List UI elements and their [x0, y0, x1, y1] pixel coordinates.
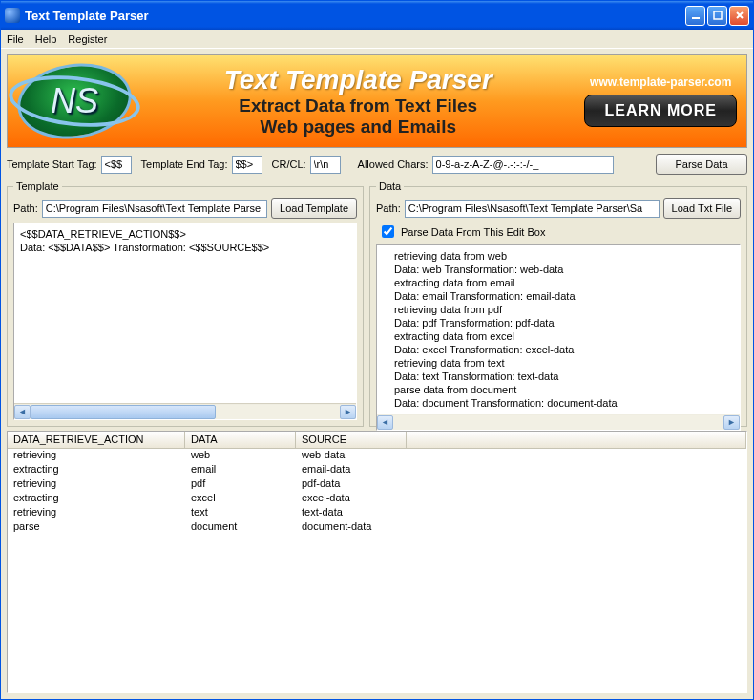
table-cell: extracting — [8, 492, 185, 506]
template-panel: Template Path: Load Template <$$DATA_RET… — [7, 180, 364, 427]
start-tag-input[interactable] — [101, 156, 132, 174]
minimize-button[interactable] — [685, 6, 705, 26]
menu-register[interactable]: Register — [68, 33, 107, 45]
app-window: Text Template Parser File Help Register … — [0, 0, 754, 700]
table-cell: email-data — [296, 463, 407, 477]
content-area: NS Text Template Parser Extract Data fro… — [1, 49, 753, 699]
load-txt-file-button[interactable]: Load Txt File — [663, 198, 741, 219]
crcl-input[interactable] — [310, 156, 341, 174]
th-action[interactable]: DATA_RETRIEVE_ACTION — [8, 432, 185, 449]
table-row[interactable]: extractingemailemail-data — [8, 463, 746, 477]
learn-more-button[interactable]: LEARN MORE — [584, 95, 737, 127]
banner-url: www.template-parser.com — [590, 75, 731, 89]
logo-text: NS — [51, 81, 98, 121]
crcl-label: CR/CL: — [272, 159, 306, 170]
table-cell: web — [185, 449, 296, 463]
template-path-label: Path: — [13, 202, 38, 214]
menu-help[interactable]: Help — [35, 33, 57, 45]
table-cell: document — [185, 520, 296, 535]
table-cell: parse — [8, 520, 185, 535]
data-text-wrap: retrieving data from web Data: web Trans… — [376, 244, 741, 431]
maximize-button[interactable] — [707, 6, 727, 26]
th-source[interactable]: SOURCE — [296, 432, 407, 449]
banner-subtitle2: Web pages and Emails — [143, 117, 573, 138]
table-cell: email — [185, 463, 296, 477]
table-cell: excel — [185, 492, 296, 506]
svg-rect-1 — [714, 11, 722, 19]
th-data[interactable]: DATA — [185, 432, 296, 449]
table-row[interactable]: retrievingpdfpdf-data — [8, 477, 746, 492]
data-textarea[interactable]: retrieving data from web Data: web Trans… — [377, 245, 740, 414]
data-panel: Data Path: Load Txt File Parse Data From… — [369, 180, 747, 427]
table-cell: retrieving — [8, 506, 185, 520]
data-path-label: Path: — [376, 202, 401, 214]
table-cell: text — [185, 506, 296, 520]
results-table: DATA_RETRIEVE_ACTION DATA SOURCE retriev… — [7, 431, 747, 693]
logo-icon: NS — [12, 56, 136, 146]
table-cell: retrieving — [8, 449, 185, 463]
banner-text: Text Template Parser Extract Data from T… — [143, 65, 573, 138]
parse-editbox-label: Parse Data From This Edit Box — [401, 226, 545, 238]
parse-editbox-checkbox[interactable] — [382, 225, 394, 238]
template-text-wrap: <$$DATA_RETRIEVE_ACTION$$> Data: <$$DATA… — [13, 223, 357, 420]
table-cell: extracting — [8, 463, 185, 477]
scroll-thumb[interactable] — [31, 405, 216, 419]
parse-data-button[interactable]: Parse Data — [656, 154, 747, 175]
table-cell: web-data — [296, 449, 407, 463]
titlebar: Text Template Parser — [1, 1, 753, 30]
table-cell: document-data — [296, 520, 407, 535]
scroll-right-icon[interactable]: ► — [340, 405, 356, 419]
menu-file[interactable]: File — [7, 33, 24, 45]
template-textarea[interactable]: <$$DATA_RETRIEVE_ACTION$$> Data: <$$DATA… — [14, 223, 356, 403]
data-hscroll[interactable]: ◄ ► — [377, 414, 740, 430]
svg-rect-0 — [692, 17, 700, 19]
app-icon — [5, 8, 20, 23]
scroll-track[interactable] — [31, 405, 340, 419]
th-blank — [407, 432, 746, 449]
table-row[interactable]: extractingexcelexcel-data — [8, 492, 746, 506]
table-cell: pdf — [185, 477, 296, 492]
panels: Template Path: Load Template <$$DATA_RET… — [7, 180, 747, 427]
template-path-input[interactable] — [42, 200, 267, 218]
end-tag-label: Template End Tag: — [141, 159, 228, 170]
table-row[interactable]: retrievingwebweb-data — [8, 449, 746, 463]
results-body: retrievingwebweb-dataextractingemailemai… — [8, 449, 746, 692]
template-hscroll[interactable]: ◄ ► — [14, 403, 356, 419]
scroll-left-icon[interactable]: ◄ — [14, 405, 31, 419]
scroll-track[interactable] — [393, 415, 723, 430]
template-legend: Template — [13, 180, 62, 192]
table-cell: excel-data — [296, 492, 407, 506]
data-path-input[interactable] — [405, 200, 660, 218]
table-cell: pdf-data — [296, 477, 407, 492]
allowed-chars-label: Allowed Chars: — [358, 159, 429, 170]
load-template-button[interactable]: Load Template — [271, 198, 357, 219]
window-title: Text Template Parser — [25, 9, 685, 23]
config-row: Template Start Tag: Template End Tag: CR… — [7, 152, 747, 177]
table-row[interactable]: retrievingtexttext-data — [8, 506, 746, 520]
banner: NS Text Template Parser Extract Data fro… — [7, 54, 747, 148]
allowed-chars-input[interactable] — [432, 156, 614, 174]
banner-right: www.template-parser.com LEARN MORE — [584, 75, 737, 127]
banner-subtitle1: Extract Data from Text Files — [143, 95, 573, 117]
menubar: File Help Register — [1, 30, 753, 49]
data-legend: Data — [376, 180, 404, 192]
banner-title: Text Template Parser — [143, 65, 573, 95]
end-tag-input[interactable] — [232, 156, 262, 174]
table-cell: text-data — [296, 506, 407, 520]
table-cell: retrieving — [8, 477, 185, 492]
scroll-right-icon[interactable]: ► — [723, 415, 740, 430]
start-tag-label: Template Start Tag: — [7, 159, 97, 170]
window-controls — [685, 6, 749, 26]
scroll-left-icon[interactable]: ◄ — [377, 415, 393, 430]
results-header: DATA_RETRIEVE_ACTION DATA SOURCE — [8, 432, 746, 449]
table-row[interactable]: parsedocumentdocument-data — [8, 520, 746, 535]
close-button[interactable] — [729, 6, 749, 26]
